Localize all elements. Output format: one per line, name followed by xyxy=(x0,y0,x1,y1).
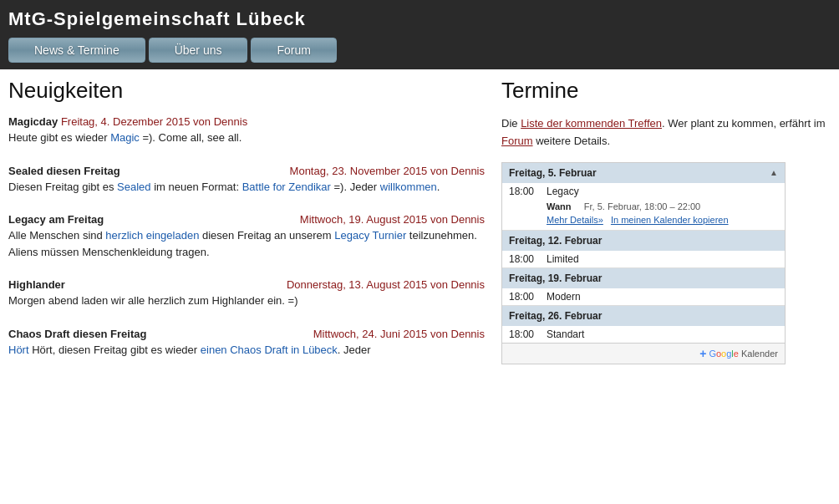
termine-title: Termine xyxy=(501,78,831,104)
news-body-legacy: Alle Menschen sind herzlich eingeladen d… xyxy=(8,227,485,260)
news-date-magicday: Freitag, 4. Dezember 2015 von Dennis xyxy=(61,115,247,128)
nav-tab-forum[interactable]: Forum xyxy=(251,38,336,63)
news-headline-magicday: Magicday Freitag, 4. Dezember 2015 von D… xyxy=(8,115,485,128)
news-body-sealed: Diesen Freitag gibt es Sealed im neuen F… xyxy=(8,179,485,196)
news-date-sealed: Montag, 23. November 2015 von Dennis xyxy=(290,165,485,177)
news-item-magicday: Magicday Freitag, 4. Dezember 2015 von D… xyxy=(8,115,485,146)
site-title: MtG-Spielgemeinschaft Lübeck xyxy=(8,8,306,30)
news-item-legacy: Legacy am Freitag Mittwoch, 19. August 2… xyxy=(8,213,485,260)
cal-date-header-feb5: Freitag, 5. Februar ▲ xyxy=(502,163,785,183)
news-item-chaos-draft: Chaos Draft diesen Freitag Mittwoch, 24.… xyxy=(8,328,485,359)
news-body-chaos-draft: Hört Hört, diesen Freitag gibt es wieder… xyxy=(8,342,485,359)
neuigkeiten-title: Neuigkeiten xyxy=(8,78,485,104)
nav-tab-news-termine[interactable]: News & Termine xyxy=(8,38,145,63)
cal-event-row-feb5: 18:00 Legacy xyxy=(502,183,785,200)
news-headline-legacy: Legacy am Freitag Mittwoch, 19. August 2… xyxy=(8,213,485,226)
news-body-highlander: Morgen abend laden wir alle herzlich zum… xyxy=(8,293,485,309)
cal-event-row-feb12: 18:00 Limited xyxy=(502,251,785,267)
news-headline-highlander: Highlander Donnerstag, 13. August 2015 v… xyxy=(8,278,485,291)
scroll-arrow-up: ▲ xyxy=(770,168,778,177)
cal-event-row-feb19: 18:00 Modern xyxy=(502,288,785,305)
google-plus-icon[interactable]: + xyxy=(699,347,706,360)
news-headline-chaos-draft: Chaos Draft diesen Freitag Mittwoch, 24.… xyxy=(8,328,485,340)
cal-detail-row-feb5: Wann Fr, 5. Februar, 18:00 – 22:00 xyxy=(502,200,785,213)
calendar-widget: Freitag, 5. Februar ▲ 18:00 Legacy Wann … xyxy=(501,162,786,364)
chaos-draft-link[interactable]: einen Chaos Draft in Lübeck xyxy=(201,344,338,356)
calendar-scroll-area[interactable]: Freitag, 5. Februar ▲ 18:00 Legacy Wann … xyxy=(502,163,785,343)
news-date-legacy: Mittwoch, 19. August 2015 von Dennis xyxy=(300,213,485,226)
termine-section: Termine Die Liste der kommenden Treffen.… xyxy=(501,78,839,376)
news-date-chaos-draft: Mittwoch, 24. Juni 2015 von Dennis xyxy=(313,328,485,340)
neuigkeiten-section: Neuigkeiten Magicday Freitag, 4. Dezembe… xyxy=(8,78,501,376)
news-headline-sealed: Sealed diesen Freitag Montag, 23. Novemb… xyxy=(8,165,485,177)
cal-date-header-feb26: Freitag, 26. Februar xyxy=(502,306,785,326)
cal-date-header-feb19: Freitag, 19. Februar xyxy=(502,268,785,288)
news-item-sealed: Sealed diesen Freitag Montag, 23. Novemb… xyxy=(8,165,485,196)
kalender-kopieren-link[interactable]: In meinen Kalender kopieren xyxy=(611,215,729,225)
news-item-highlander: Highlander Donnerstag, 13. August 2015 v… xyxy=(8,278,485,309)
nav-tab-ueber-uns[interactable]: Über uns xyxy=(149,38,248,63)
battle-zendikar-link[interactable]: Battle for Zendikar xyxy=(242,181,331,193)
forum-link[interactable]: Forum xyxy=(501,135,533,147)
termine-description: Die Liste der kommenden Treffen. Wer pla… xyxy=(501,115,831,150)
cal-event-row-feb26: 18:00 Standart xyxy=(502,326,785,343)
cal-date-header-feb12: Freitag, 12. Februar xyxy=(502,231,785,251)
header-banner: MtG-Spielgemeinschaft Lübeck xyxy=(0,0,839,38)
cal-links-feb5: Mehr Details» In meinen Kalender kopiere… xyxy=(502,213,785,230)
willkommen-link[interactable]: willkommen xyxy=(380,181,437,193)
main-content: Neuigkeiten Magicday Freitag, 4. Dezembe… xyxy=(0,69,839,384)
nav-bar: News & Termine Über uns Forum xyxy=(0,38,839,69)
news-date-highlander: Donnerstag, 13. August 2015 von Dennis xyxy=(287,278,485,291)
magic-link[interactable]: Magic xyxy=(110,131,140,144)
mehr-details-link[interactable]: Mehr Details» xyxy=(547,215,603,225)
herzlich-link[interactable]: herzlich eingeladen xyxy=(105,229,199,242)
sealed-link[interactable]: Sealed xyxy=(117,181,150,193)
liste-link[interactable]: Liste der kommenden Treffen xyxy=(521,117,662,130)
hoert-link[interactable]: Hört xyxy=(8,344,29,356)
cal-footer: + Google Kalender xyxy=(502,343,785,364)
legacy-turnier-link[interactable]: Legacy Turnier xyxy=(334,229,406,242)
google-calendar-label[interactable]: Google Kalender xyxy=(709,349,778,359)
news-body-magicday: Heute gibt es wieder Magic =). Come all,… xyxy=(8,130,485,146)
